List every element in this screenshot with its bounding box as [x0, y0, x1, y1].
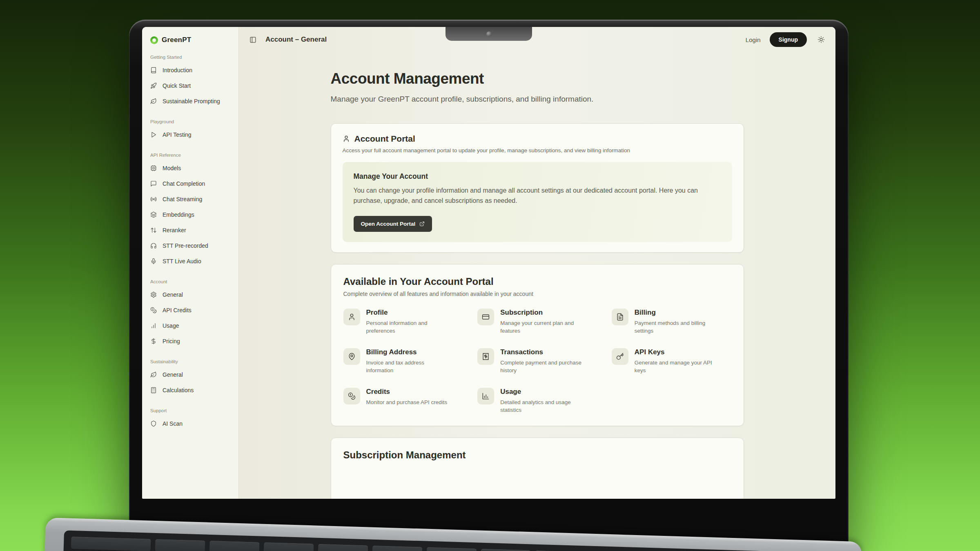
- sidebar-item-label: STT Pre-recorded: [163, 242, 208, 249]
- sidebar-section-label: Playground: [142, 119, 238, 127]
- dollar-icon: [150, 338, 157, 344]
- sidebar-section-support: SupportAI Scan: [142, 408, 238, 431]
- sidebar-item-label: Models: [163, 165, 181, 171]
- features-grid: ProfilePersonal information and preferen…: [343, 309, 731, 414]
- webcam-dot: [486, 31, 492, 37]
- feature-description: Manage your current plan and features: [500, 319, 586, 335]
- sidebar-item-introduction[interactable]: Introduction: [142, 62, 238, 78]
- mic-icon: [150, 258, 157, 264]
- message-icon: [150, 180, 157, 187]
- sidebar-item-reranker[interactable]: Reranker: [142, 222, 238, 238]
- sidebar-section-getting-started: Getting StartedIntroductionQuick StartSu…: [142, 55, 238, 109]
- manage-account-panel: Manage Your Account You can change your …: [343, 162, 732, 242]
- feature-title: Profile: [366, 309, 452, 317]
- leaf-icon: [150, 98, 157, 104]
- sidebar-item-label: Pricing: [163, 338, 180, 344]
- features-card-subtitle: Complete overview of all features and in…: [343, 291, 731, 297]
- sidebar-item-label: General: [163, 291, 183, 298]
- manage-account-title: Manage Your Account: [354, 172, 721, 181]
- sidebar-item-general[interactable]: General: [142, 287, 238, 302]
- sidebar-item-calculations[interactable]: Calculations: [142, 382, 238, 398]
- feature-title: Billing: [635, 309, 720, 317]
- sidebar-item-pricing[interactable]: Pricing: [142, 333, 238, 349]
- sidebar-section-label: API Reference: [142, 153, 238, 160]
- keyboard-key: [209, 541, 260, 551]
- sidebar-item-stt-live-audio[interactable]: STT Live Audio: [142, 253, 238, 269]
- headphones-icon: [150, 242, 157, 249]
- sun-icon[interactable]: [817, 36, 825, 43]
- feature-description: Payment methods and billing settings: [635, 319, 720, 335]
- portal-card-description: Access your full account management port…: [343, 147, 732, 153]
- sidebar-item-label: Sustainable Prompting: [163, 98, 220, 104]
- keyboard-row: [71, 537, 832, 551]
- sidebar-item-models[interactable]: Models: [142, 160, 238, 176]
- gear-icon: [150, 291, 157, 298]
- keyboard-key: [426, 547, 477, 551]
- sidebar-item-api-testing[interactable]: API Testing: [142, 127, 238, 142]
- sidebar-section-label: Account: [142, 279, 238, 287]
- sidebar-item-label: Chat Completion: [163, 180, 205, 187]
- sidebar-item-sustainable-prompting[interactable]: Sustainable Prompting: [142, 93, 238, 109]
- signup-button[interactable]: Signup: [770, 32, 807, 47]
- layers-icon: [150, 211, 157, 218]
- feature-item-billing-address: Billing AddressInvoice and tax address i…: [343, 348, 463, 375]
- sidebar-item-usage[interactable]: Usage: [142, 318, 238, 333]
- open-account-portal-button[interactable]: Open Account Portal: [354, 216, 432, 232]
- arrows-up-down-icon: [150, 227, 157, 233]
- sidebar-section-label: Support: [142, 408, 238, 416]
- app-logo[interactable]: GreenPT: [142, 33, 238, 48]
- sidebar-item-general[interactable]: General: [142, 367, 238, 382]
- sidebar-item-api-credits[interactable]: API Credits: [142, 302, 238, 318]
- credit-card-icon: [482, 313, 490, 321]
- file-text-icon: [616, 313, 624, 321]
- sidebar-item-quick-start[interactable]: Quick Start: [142, 78, 238, 93]
- keyboard-key: [71, 537, 151, 551]
- broadcast-icon: [150, 196, 157, 202]
- coins-icon: [348, 392, 356, 400]
- sidebar-item-ai-scan[interactable]: AI Scan: [142, 416, 238, 431]
- manage-account-body: You can change your profile information …: [354, 186, 721, 206]
- sidebar: GreenPT Getting StartedIntroductionQuick…: [142, 27, 239, 499]
- feature-icon-box: [343, 348, 360, 365]
- bar-chart-icon: [150, 322, 157, 329]
- chart-column-icon: [482, 392, 490, 400]
- feature-icon-box: [477, 388, 494, 404]
- feature-description: Invoice and tax address information: [366, 359, 452, 375]
- map-pin-icon: [348, 353, 356, 360]
- feature-title: API Keys: [635, 348, 720, 356]
- feature-item-profile: ProfilePersonal information and preferen…: [343, 309, 463, 335]
- user-icon: [343, 135, 350, 142]
- greenpt-logo-icon: [150, 36, 158, 44]
- keyboard-key: [155, 539, 205, 551]
- sidebar-item-chat-streaming[interactable]: Chat Streaming: [142, 191, 238, 207]
- feature-item-transactions: TransactionsComplete payment and purchas…: [477, 348, 597, 375]
- app-logo-label: GreenPT: [162, 36, 191, 44]
- sidebar-section-label: Sustainability: [142, 359, 238, 367]
- sidebar-section-label: Getting Started: [142, 55, 238, 62]
- sidebar-item-embeddings[interactable]: Embeddings: [142, 207, 238, 222]
- desktop-background: GreenPT Getting StartedIntroductionQuick…: [0, 0, 980, 551]
- sidebar-section-sustainability: SustainabilityGeneralCalculations: [142, 359, 238, 398]
- portal-card-title: Account Portal: [354, 134, 415, 144]
- feature-icon-box: [477, 309, 494, 325]
- user-icon: [348, 313, 356, 321]
- keyboard-key: [264, 542, 314, 551]
- sidebar-toggle-icon[interactable]: [249, 36, 256, 43]
- coins-icon: [150, 307, 157, 313]
- sidebar-item-label: Reranker: [163, 227, 186, 233]
- sidebar-item-label: Quick Start: [163, 82, 191, 89]
- sidebar-item-chat-completion[interactable]: Chat Completion: [142, 176, 238, 191]
- login-link[interactable]: Login: [746, 36, 761, 43]
- app-window: GreenPT Getting StartedIntroductionQuick…: [142, 27, 835, 499]
- feature-title: Transactions: [500, 348, 586, 356]
- open-account-portal-label: Open Account Portal: [361, 221, 416, 227]
- sidebar-item-stt-pre-recorded[interactable]: STT Pre-recorded: [142, 238, 238, 253]
- feature-title: Billing Address: [366, 348, 452, 356]
- feature-item-api-keys: API KeysGenerate and manage your API key…: [612, 348, 731, 375]
- keyboard-key: [318, 544, 368, 551]
- book-icon: [150, 67, 157, 73]
- feature-icon-box: [343, 388, 360, 404]
- laptop-screen: GreenPT Getting StartedIntroductionQuick…: [129, 20, 849, 549]
- subscription-card-title: Subscription Management: [343, 449, 731, 461]
- main-area: Account – General Login Signup Account M…: [239, 27, 835, 499]
